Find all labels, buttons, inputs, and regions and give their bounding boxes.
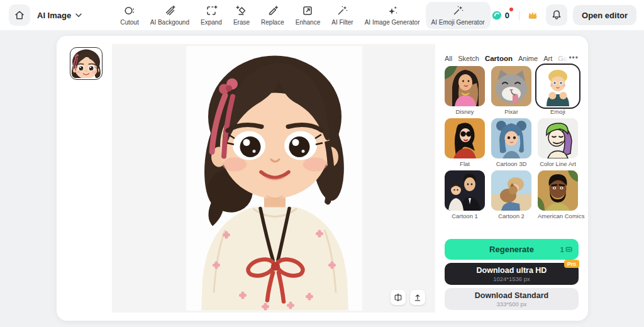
style-label: Cartoon 2 xyxy=(491,213,531,219)
download-standard-button[interactable]: Download Standard 333*500 px xyxy=(445,288,579,310)
download-hd-label: Download ultra HD xyxy=(477,266,547,275)
tab-anime[interactable]: Anime xyxy=(518,55,538,62)
export-button[interactable] xyxy=(410,290,425,305)
thumbnail-image xyxy=(72,49,101,78)
app-switcher[interactable]: AI Image xyxy=(37,11,82,20)
style-grid: Disney Pixar Emoji xyxy=(445,66,578,219)
tool-ai-image-generator[interactable]: AI Image Generator xyxy=(359,2,426,29)
divider xyxy=(519,11,519,20)
tab-art[interactable]: Art xyxy=(543,55,552,62)
style-label: Flat xyxy=(445,160,485,167)
regenerate-label: Regenerate xyxy=(489,245,534,254)
tool-ai-background[interactable]: AI Backgound xyxy=(145,2,195,29)
style-option-cartoon-1[interactable]: Cartoon 1 xyxy=(445,170,485,219)
topbar: AI Image Cutout AI Backgound Expand Eras… xyxy=(0,0,644,30)
style-option-pixar[interactable]: Pixar xyxy=(491,66,531,115)
home-button[interactable] xyxy=(9,4,30,26)
tool-label: AI Emoji Generator xyxy=(431,19,485,26)
credit-coin-icon xyxy=(565,246,572,253)
cost-value: 1 xyxy=(560,246,564,253)
girl-portrait-image xyxy=(186,46,362,311)
download-ultra-hd-button[interactable]: Pro Download ultra HD 1024*1536 px xyxy=(445,263,579,285)
style-option-flat[interactable]: Flat xyxy=(445,118,485,167)
style-thumb-american-comics xyxy=(538,170,578,211)
style-option-disney[interactable]: Disney xyxy=(445,66,485,115)
notifications-button[interactable] xyxy=(546,4,567,26)
main-card: All Sketch Cartoon Anime Art Gam ••• Dis… xyxy=(57,36,588,321)
home-icon xyxy=(13,9,26,21)
style-label: Disney xyxy=(445,108,485,115)
expand-icon xyxy=(205,4,218,17)
pro-badge: Pro xyxy=(564,260,579,268)
chevron-down-icon xyxy=(75,13,82,18)
tool-label: Replace xyxy=(261,19,284,26)
upgrade-button[interactable] xyxy=(525,9,540,21)
tool-expand[interactable]: Expand xyxy=(195,2,228,29)
replace-icon xyxy=(266,4,279,17)
style-option-cartoon-3d[interactable]: Cartoon 3D xyxy=(491,118,531,167)
tool-label: AI Image Generator xyxy=(365,19,420,26)
topbar-left: AI Image xyxy=(9,4,114,26)
style-option-color-line-art[interactable]: Color Line Art xyxy=(538,118,578,167)
ai-filter-icon xyxy=(336,4,348,17)
credits-count: 0 xyxy=(505,11,509,20)
coin-icon xyxy=(491,9,503,21)
style-label: Pixar xyxy=(491,108,531,115)
enhance-icon xyxy=(301,4,314,17)
style-thumb-color-line-art xyxy=(538,118,578,158)
open-editor-button[interactable]: Open editor xyxy=(573,5,636,25)
credits-indicator[interactable]: 0 xyxy=(491,9,513,21)
canvas-actions xyxy=(391,290,425,305)
tool-ai-emoji-generator[interactable]: AI Emoji Generator xyxy=(426,2,491,29)
canvas-thumbnail[interactable] xyxy=(70,47,103,80)
toolbar-tools: Cutout AI Backgound Expand Erase Replace… xyxy=(114,2,490,29)
tool-label: AI Backgound xyxy=(150,19,189,26)
style-label: Cartoon 3D xyxy=(491,160,531,167)
tool-label: Enhance xyxy=(296,19,320,26)
tab-sketch[interactable]: Sketch xyxy=(458,55,479,62)
style-thumb-pixar xyxy=(491,66,531,106)
tool-erase[interactable]: Erase xyxy=(228,2,255,29)
bell-icon xyxy=(550,9,563,21)
download-standard-size: 333*500 px xyxy=(496,301,526,308)
style-option-emoji[interactable]: Emoji xyxy=(538,66,578,115)
ai-background-icon xyxy=(164,4,176,17)
style-thumb-flat xyxy=(445,118,485,158)
style-thumb-emoji xyxy=(538,66,578,106)
export-icon xyxy=(413,292,423,302)
style-tabs: All Sketch Cartoon Anime Art Gam xyxy=(445,53,579,64)
style-thumb-cartoon-1 xyxy=(445,170,485,211)
generated-portrait xyxy=(186,46,362,311)
ai-emoji-generator-icon xyxy=(452,4,464,17)
style-label: American Comics xyxy=(538,213,578,219)
more-tabs-button[interactable]: ••• xyxy=(562,52,579,64)
download-hd-size: 1024*1536 px xyxy=(493,275,530,282)
tool-ai-filter[interactable]: AI Filter xyxy=(326,2,358,29)
tool-replace[interactable]: Replace xyxy=(255,2,290,29)
notification-dot xyxy=(509,8,513,11)
style-thumb-disney xyxy=(445,66,485,106)
tool-label: Erase xyxy=(233,19,250,26)
cutout-icon xyxy=(123,4,136,17)
regenerate-cost: 1 xyxy=(560,239,572,260)
canvas-area xyxy=(112,44,435,313)
style-thumb-cartoon-2 xyxy=(491,170,531,211)
erase-icon xyxy=(235,4,248,17)
tool-cutout[interactable]: Cutout xyxy=(114,2,144,29)
style-option-cartoon-2[interactable]: Cartoon 2 xyxy=(491,170,531,219)
compare-button[interactable] xyxy=(391,290,406,305)
tab-cartoon[interactable]: Cartoon xyxy=(485,55,513,62)
tool-label: Expand xyxy=(201,19,222,26)
style-option-american-comics[interactable]: American Comics xyxy=(538,170,578,219)
tool-label: AI Filter xyxy=(331,19,353,26)
download-standard-label: Download Standard xyxy=(475,291,548,300)
tool-enhance[interactable]: Enhance xyxy=(290,2,326,29)
style-label: Color Line Art xyxy=(538,160,578,167)
app-label: AI Image xyxy=(37,11,71,20)
tab-all[interactable]: All xyxy=(445,55,452,62)
regenerate-button[interactable]: Regenerate 1 xyxy=(445,239,579,260)
crown-icon xyxy=(526,9,539,21)
compare-icon xyxy=(393,292,403,302)
style-label: Emoji xyxy=(538,108,578,115)
tool-label: Cutout xyxy=(120,19,138,26)
